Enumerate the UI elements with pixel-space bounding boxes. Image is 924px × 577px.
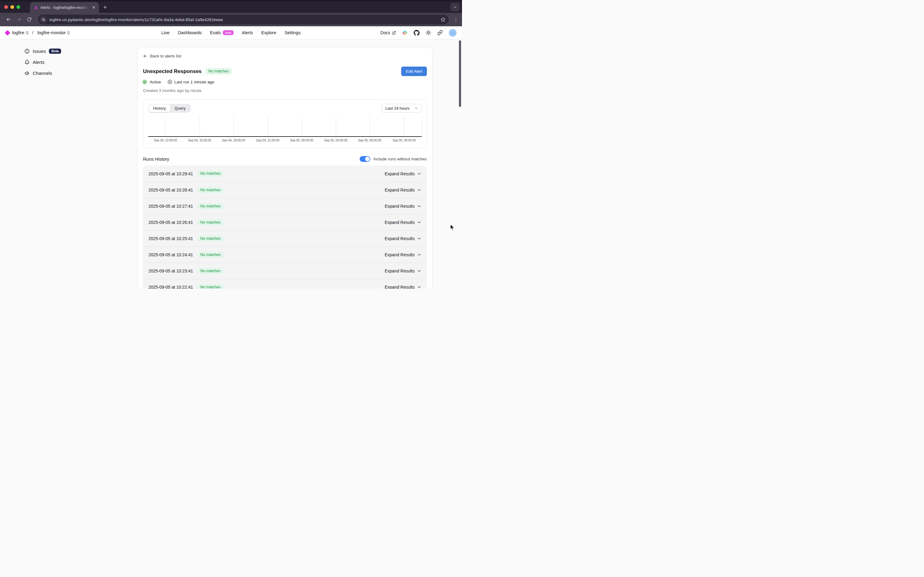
issues-beta-badge: Beta [49,48,61,54]
alert-status-row: Active Last run 1 minute ago [143,79,427,84]
chevron-down-icon [453,5,457,9]
tab-search-button[interactable] [450,3,460,11]
chevron-down-icon [417,253,421,257]
new-tab-button[interactable]: + [103,4,107,11]
back-to-alerts-link[interactable]: Back to alerts list [143,54,427,58]
sidebar-item-alerts[interactable]: Alerts [24,60,134,65]
x-tick: Sep 04, 21:00:00 [256,139,279,142]
browser-toolbar: logfire-us.pydantic.dev/logfire/logfire-… [0,13,462,26]
alert-title-row: Unexpected Responses No matches Edit Ale… [143,66,427,76]
no-matches-badge: No matches [197,203,224,210]
history-chart [148,117,422,137]
no-matches-badge: No matches [197,187,224,193]
expand-results-button[interactable]: Expand Results [385,285,421,288]
run-row: 2025-09-05 at 10:26:41 No matches Expand… [143,214,427,230]
browser-menu-icon[interactable]: ⋮ [453,17,459,23]
time-range-value: Last 24 hours [385,106,410,111]
run-timestamp: 2025-09-05 at 10:26:41 [148,220,193,225]
sidebar-item-label: Issues [33,48,46,54]
tab-query[interactable]: Query [170,105,190,112]
run-row: 2025-09-05 at 10:28:41 No matches Expand… [143,182,427,198]
page-body: Issues Beta Alerts Channels Back to aler… [0,39,462,288]
bookmark-star-icon[interactable] [440,17,445,22]
run-timestamp: 2025-09-05 at 10:25:41 [148,236,193,241]
chevron-down-icon [414,106,418,110]
chevron-down-icon [417,188,421,192]
expand-results-button[interactable]: Expand Results [385,187,421,192]
minimize-window-button[interactable] [10,5,14,9]
run-timestamp: 2025-09-05 at 10:27:41 [148,204,193,209]
x-tick: Sep 05, 09:00:00 [393,139,416,142]
zoom-window-button[interactable] [16,5,20,9]
nav-link-live[interactable]: Live [161,30,169,35]
run-timestamp: 2025-09-05 at 10:28:41 [148,187,193,192]
slack-icon[interactable] [402,30,408,35]
expand-results-button[interactable]: Expand Results [385,236,421,241]
expand-results-button[interactable]: Expand Results [385,252,421,257]
runs-list: 2025-09-05 at 10:29:41 No matches Expand… [143,166,427,288]
window-controls [0,1,24,13]
page-title: Unexpected Responses [143,68,202,74]
project-name: logfire-monitor [37,30,66,35]
x-tick: Sep 05, 06:00:00 [358,139,381,142]
run-row: 2025-09-05 at 10:22:41 No matches Expand… [143,279,427,288]
browser-tab[interactable]: Alerts · logfire/logfire-monitor ✕ [30,2,99,13]
tab-close-icon[interactable]: ✕ [91,5,97,10]
chevron-down-icon [417,204,421,208]
reload-button[interactable] [25,15,34,24]
chevron-down-icon [417,269,421,273]
evals-beta-badge: beta [223,30,234,35]
sidebar-item-channels[interactable]: Channels [24,71,134,76]
expand-results-button[interactable]: Expand Results [385,220,421,225]
expand-results-button[interactable]: Expand Results [385,204,421,209]
back-button[interactable] [4,15,13,24]
run-timestamp: 2025-09-05 at 10:24:41 [148,252,193,257]
browser-chrome: Alerts · logfire/logfire-monitor ✕ + log… [0,0,462,26]
runs-history-title: Runs History [143,156,169,161]
edit-alert-button[interactable]: Edit Alert [401,66,427,76]
created-by-text: Created 3 months ago by nicola [143,88,427,93]
address-bar[interactable]: logfire-us.pydantic.dev/logfire/logfire-… [38,15,448,24]
org-selector[interactable]: logfire [12,30,28,35]
forward-button[interactable] [15,15,23,24]
play-circle-icon [168,79,173,84]
bell-icon [24,60,30,65]
org-name: logfire [12,30,24,35]
theme-toggle-sun-icon[interactable] [426,30,431,35]
nav-link-evals[interactable]: Evalsbeta [210,30,234,35]
project-selector[interactable]: logfire-monitor [37,30,70,35]
page-scrollbar-thumb[interactable] [459,40,461,107]
history-chart-x-axis: Sep 04, 12:00:00 Sep 04, 15:00:00 Sep 04… [148,139,422,143]
include-runs-toggle[interactable] [360,156,370,162]
tab-history[interactable]: History [149,105,170,112]
external-link-icon [392,31,396,35]
alert-detail-card: Back to alerts list Unexpected Responses… [137,47,433,288]
github-icon[interactable] [414,30,419,36]
share-link-icon[interactable] [437,30,443,35]
nav-link-settings[interactable]: Settings [284,30,300,35]
updown-chevron-icon [67,31,70,34]
close-window-button[interactable] [4,5,8,9]
docs-link[interactable]: Docs [381,30,396,35]
sidebar-item-issues[interactable]: Issues Beta [24,48,134,54]
run-timestamp: 2025-09-05 at 10:22:41 [148,285,193,288]
history-query-tabs: History Query [148,104,191,113]
user-avatar[interactable]: - [449,29,456,37]
logfire-logo-icon [5,30,10,35]
run-row: 2025-09-05 at 10:29:41 No matches Expand… [143,166,427,182]
nav-link-dashboards[interactable]: Dashboards [178,30,202,35]
time-range-select[interactable]: Last 24 hours [381,104,422,113]
sidebar-item-label: Alerts [33,60,44,65]
primary-nav: Live Dashboards Evalsbeta Alerts Explore… [161,30,300,35]
breadcrumb: logfire / logfire-monitor [5,30,70,35]
expand-results-button[interactable]: Expand Results [385,171,421,176]
chevron-down-icon [417,172,421,176]
nav-link-explore[interactable]: Explore [261,30,276,35]
nav-link-alerts[interactable]: Alerts [242,30,253,35]
url-text[interactable]: logfire-us.pydantic.dev/logfire/logfire-… [50,18,438,22]
toggle-knob [365,157,370,161]
chevron-down-icon [417,220,421,224]
updown-chevron-icon [26,31,28,34]
site-settings-icon[interactable] [40,16,47,23]
expand-results-button[interactable]: Expand Results [385,269,421,273]
